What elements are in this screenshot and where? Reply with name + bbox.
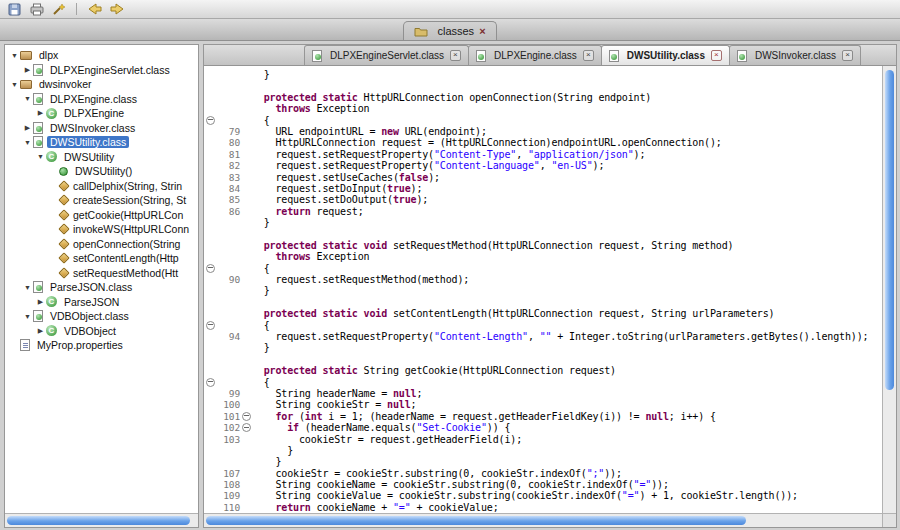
expand-arrow-icon[interactable]: ▶ — [35, 327, 46, 335]
tree-item-dlpxengineservlet-class[interactable]: ▶DLPXEngineServlet.class — [5, 63, 198, 78]
close-tab-icon[interactable]: × — [842, 50, 853, 61]
code-line[interactable]: 86 return request; — [204, 206, 883, 217]
code-line[interactable]: 110 return cookieName + "=" + cookieValu… — [204, 502, 883, 513]
code-line[interactable]: protected static void setRequestMethod(H… — [204, 240, 883, 251]
fold-collapse-icon[interactable] — [240, 411, 252, 422]
collapse-arrow-icon[interactable]: ▼ — [9, 52, 20, 59]
code-line[interactable]: 81 request.setRequestProperty("Content-T… — [204, 149, 883, 160]
wand-icon[interactable] — [51, 2, 66, 16]
collapse-arrow-icon[interactable]: ▼ — [22, 313, 33, 320]
tree-item-dlpx[interactable]: ▼dlpx — [5, 48, 198, 63]
collapse-arrow-icon[interactable]: ▼ — [35, 153, 46, 160]
code-line[interactable] — [204, 354, 883, 365]
scrollbar-thumb[interactable] — [885, 70, 894, 390]
tree-item-dwsinvoker-class[interactable]: ▶DWSInvoker.class — [5, 121, 198, 136]
code-line[interactable]: 102 if (headerName.equals("Set-Cookie"))… — [204, 422, 883, 433]
tree-item-dwsutility[interactable]: ▼CDWSUtility — [5, 150, 198, 165]
tree-item-openconnection-string[interactable]: openConnection(String — [5, 237, 198, 252]
fold-collapse-icon[interactable] — [204, 377, 216, 388]
code-line[interactable]: 82 request.setRequestProperty("Content-L… — [204, 160, 883, 171]
fold-collapse-icon[interactable] — [204, 115, 216, 126]
close-tab-icon[interactable]: × — [711, 50, 722, 61]
tree-item-dwsinvoker[interactable]: ▼dwsinvoker — [5, 77, 198, 92]
tree-item-setcontentlength-http[interactable]: setContentLength(Http — [5, 251, 198, 266]
close-group-icon[interactable]: × — [479, 26, 485, 37]
code-line[interactable]: 80 HttpURLConnection request = (HttpURLC… — [204, 137, 883, 148]
code-line[interactable]: } — [204, 285, 883, 296]
code-line[interactable]: } — [204, 445, 883, 456]
code-line[interactable]: 108 String cookieName = cookieStr.substr… — [204, 479, 883, 490]
tree-horizontal-scrollbar[interactable] — [5, 513, 198, 527]
code-line[interactable]: { — [204, 320, 883, 331]
code-line[interactable]: { — [204, 377, 883, 388]
group-tab-classes[interactable]: classes × — [403, 21, 496, 40]
code-line[interactable]: 90 request.setRequestMethod(method); — [204, 274, 883, 285]
code-line[interactable]: throws Exception — [204, 251, 883, 262]
collapse-arrow-icon[interactable]: ▼ — [9, 81, 20, 88]
tree-item-invokews-httpurlconn[interactable]: invokeWS(HttpURLConn — [5, 222, 198, 237]
tree-item-vdbobject-class[interactable]: ▼VDBObject.class — [5, 309, 198, 324]
code-line[interactable]: 100 String cookieStr = null; — [204, 399, 883, 410]
expand-arrow-icon[interactable]: ▶ — [22, 66, 33, 74]
tree-item-parsejson[interactable]: ▶CParseJSON — [5, 295, 198, 310]
code-line[interactable]: 85 request.setDoOutput(true); — [204, 194, 883, 205]
tree-item-dwsutility[interactable]: DWSUtility() — [5, 164, 198, 179]
code-line[interactable]: { — [204, 263, 883, 274]
tree-item-dwsutility-class[interactable]: ▼DWSUtility.class — [5, 135, 198, 150]
editor-tab-dwsutility-class[interactable]: DWSUtility.class× — [601, 45, 730, 65]
back-icon[interactable] — [87, 2, 102, 16]
code-line[interactable]: 107 cookieStr = cookieStr.substring(0, c… — [204, 468, 883, 479]
code-line[interactable]: 99 String headerName = null; — [204, 388, 883, 399]
tree-item-getcookie-httpurlcon[interactable]: getCookie(HttpURLCon — [5, 208, 198, 223]
code-line[interactable]: } — [204, 217, 883, 228]
tree-item-createsession-string-st[interactable]: createSession(String, St — [5, 193, 198, 208]
code-line[interactable]: 109 String cookieValue = cookieStr.subst… — [204, 490, 883, 501]
collapse-arrow-icon[interactable]: ▼ — [22, 95, 33, 102]
code-line[interactable]: } — [204, 342, 883, 353]
close-tab-icon[interactable]: × — [583, 50, 594, 61]
code-line[interactable] — [204, 297, 883, 308]
fold-collapse-icon[interactable] — [204, 263, 216, 274]
code-line[interactable] — [204, 80, 883, 91]
collapse-arrow-icon[interactable]: ▼ — [22, 139, 33, 146]
code-line[interactable]: 83 request.setUseCaches(false); — [204, 172, 883, 183]
code-line[interactable]: protected static HttpURLConnection openC… — [204, 92, 883, 103]
code-line[interactable]: } — [204, 456, 883, 467]
collapse-arrow-icon[interactable]: ▼ — [22, 284, 33, 291]
tree-item-parsejson-class[interactable]: ▼ParseJSON.class — [5, 280, 198, 295]
expand-arrow-icon[interactable]: ▶ — [22, 124, 33, 132]
fold-collapse-icon[interactable] — [204, 320, 216, 331]
code-line[interactable]: 94 request.setRequestProperty("Content-L… — [204, 331, 883, 342]
tree-item-dlpxengine-class[interactable]: ▼DLPXEngine.class — [5, 92, 198, 107]
tree-item-setrequestmethod-htt[interactable]: setRequestMethod(Htt — [5, 266, 198, 281]
expand-arrow-icon[interactable]: ▶ — [35, 298, 46, 306]
code-line[interactable]: 79 URL endpointURL = new URL(endpoint); — [204, 126, 883, 137]
code-line[interactable] — [204, 228, 883, 239]
code-line[interactable]: protected static String getCookie(HttpUR… — [204, 365, 883, 376]
editor-tab-dwsinvoker-class[interactable]: DWSInvoker.class× — [729, 45, 861, 65]
code-area[interactable]: } protected static HttpURLConnection ope… — [204, 66, 883, 514]
code-line[interactable]: protected static void setContentLength(H… — [204, 308, 883, 319]
code-line[interactable]: 84 request.setDoInput(true); — [204, 183, 883, 194]
forward-icon[interactable] — [109, 2, 124, 16]
scrollbar-thumb[interactable] — [7, 516, 190, 525]
code-line[interactable]: } — [204, 69, 883, 80]
tree-item-vdbobject[interactable]: ▶CVDBObject — [5, 324, 198, 339]
editor-tab-dlpxengine-class[interactable]: DLPXEngine.class× — [468, 45, 602, 65]
code-line[interactable]: 101 for (int i = 1; (headerName = reques… — [204, 411, 883, 422]
expand-arrow-icon[interactable]: ▶ — [35, 109, 46, 117]
fold-collapse-icon[interactable] — [240, 422, 252, 433]
editor-tab-dlpxengineservlet-class[interactable]: DLPXEngineServlet.class× — [304, 45, 469, 65]
tree-item-dlpxengine[interactable]: ▶CDLPXEngine — [5, 106, 198, 121]
tree-item-myprop-properties[interactable]: MyProp.properties — [5, 338, 198, 353]
code-line[interactable]: 103 cookieStr = request.getHeaderField(i… — [204, 434, 883, 445]
close-tab-icon[interactable]: × — [450, 50, 461, 61]
code-line[interactable]: throws Exception — [204, 103, 883, 114]
scrollbar-thumb[interactable] — [206, 516, 746, 525]
editor-vertical-scrollbar[interactable] — [882, 66, 896, 514]
print-icon[interactable] — [29, 2, 44, 16]
editor-horizontal-scrollbar[interactable] — [204, 513, 883, 527]
save-icon[interactable] — [7, 2, 22, 16]
tree-item-calldelphix-string-strin[interactable]: callDelphix(String, Strin — [5, 179, 198, 194]
code-line[interactable]: { — [204, 115, 883, 126]
